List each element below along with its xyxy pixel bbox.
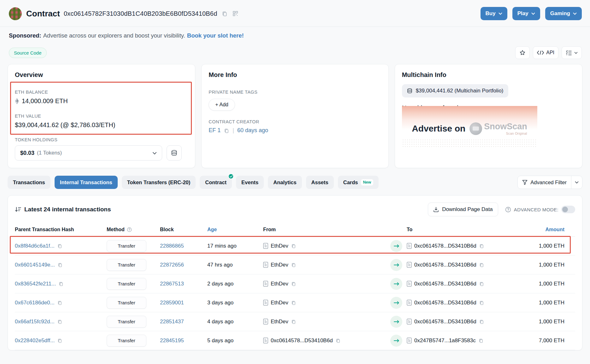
checklist-icon <box>566 50 572 56</box>
tab-analytics[interactable]: Analytics <box>268 176 302 189</box>
block-link[interactable]: 22859001 <box>160 300 184 306</box>
copy-hash-icon[interactable] <box>57 262 63 267</box>
coins-icon <box>407 88 413 94</box>
age-text: 5 days ago <box>207 338 233 344</box>
col-block: Block <box>160 227 207 232</box>
age-text: 3 days ago <box>207 300 233 306</box>
tab-label: Analytics <box>273 179 296 185</box>
advanced-filter-dropdown[interactable] <box>571 176 582 189</box>
contract-file-icon <box>407 319 412 325</box>
creation-tx-link[interactable]: 60 days ago <box>237 127 268 134</box>
more-info-title: More Info <box>209 71 381 79</box>
add-name-tag-button[interactable]: + Add <box>209 99 235 111</box>
parent-tx-hash-link[interactable]: 0x660145149e... <box>15 262 55 268</box>
eth-balance-label: ETH BALANCE <box>15 90 188 95</box>
table-title: Latest 24 internal transactions <box>15 206 111 213</box>
copy-from-icon[interactable] <box>291 281 296 286</box>
col-amount[interactable]: Amount <box>510 227 575 232</box>
direction-arrow-icon <box>390 259 402 271</box>
copy-from-icon[interactable] <box>291 300 296 305</box>
creator-link[interactable]: EF 1 <box>209 127 221 134</box>
qr-code-icon[interactable] <box>232 10 239 17</box>
to-address[interactable]: 0xc0614578...D53410B6d <box>414 281 476 287</box>
play-button[interactable]: Play <box>512 7 540 20</box>
copy-to-icon[interactable] <box>478 338 484 343</box>
info-cards: Overview ETH BALANCE 14,000.009 ETH ETH … <box>0 64 590 168</box>
amount-text: 1,000 ETH <box>539 300 564 306</box>
advertise-banner[interactable]: Advertise on SnowScan Scan Original <box>402 106 537 147</box>
tab-assets[interactable]: Assets <box>306 176 334 189</box>
tab-events[interactable]: Events <box>236 176 264 189</box>
to-address[interactable]: 0x247B5747...1a8F3583c <box>414 338 476 344</box>
block-link[interactable]: 22851437 <box>160 319 184 325</box>
advanced-filter-button[interactable]: Advanced Filter <box>517 176 582 189</box>
copy-hash-icon[interactable] <box>57 300 62 305</box>
token-holdings-label: TOKEN HOLDINGS <box>15 137 188 142</box>
parent-tx-hash-link[interactable]: 0x8f84d6c6a1f... <box>15 243 55 249</box>
to-address[interactable]: 0xc0614578...D53410B6d <box>414 300 476 306</box>
copy-hash-icon[interactable] <box>58 281 64 286</box>
sponsored-link[interactable]: Book your slot here! <box>187 32 244 39</box>
tab-contract[interactable]: Contract <box>200 176 232 189</box>
method-badge[interactable]: Transfer <box>107 316 146 328</box>
source-code-badge[interactable]: Source Code <box>9 48 47 58</box>
to-address[interactable]: 0xc0614578...D53410B6d <box>414 319 476 325</box>
copy-to-icon[interactable] <box>479 319 484 324</box>
block-link[interactable]: 22867513 <box>160 281 184 287</box>
method-badge[interactable]: Transfer <box>107 259 146 271</box>
from-address[interactable]: EthDev <box>271 243 288 249</box>
favorite-button[interactable] <box>515 46 530 59</box>
copy-to-icon[interactable] <box>479 243 484 249</box>
parent-tx-hash-link[interactable]: 0x67c6186de0... <box>15 300 55 306</box>
from-address[interactable]: EthDev <box>271 319 288 325</box>
copy-from-icon[interactable] <box>291 243 296 249</box>
col-age[interactable]: Age <box>207 227 263 232</box>
download-page-data-button[interactable]: Download Page Data <box>428 203 498 216</box>
copy-to-icon[interactable] <box>479 281 484 286</box>
copy-address-icon[interactable] <box>221 10 228 17</box>
checklist-menu-button[interactable] <box>562 46 582 59</box>
method-badge[interactable]: Transfer <box>107 335 146 347</box>
token-holdings-dropdown[interactable]: $0.03 (1 Tokens) <box>15 145 162 161</box>
tab-token-transfers-erc-20-[interactable]: Token Transfers (ERC-20) <box>122 176 196 189</box>
tab-transactions[interactable]: Transactions <box>8 176 50 189</box>
block-link[interactable]: 22845195 <box>160 338 184 344</box>
copy-to-icon[interactable] <box>479 262 484 267</box>
api-button[interactable]: API <box>533 46 558 59</box>
col-to: To <box>407 227 510 232</box>
copy-from-icon[interactable] <box>291 319 296 324</box>
multichain-title: Multichain Info <box>402 71 575 79</box>
copy-hash-icon[interactable] <box>57 338 62 343</box>
parent-tx-hash-link[interactable]: 0x66af15fc92d... <box>15 319 55 325</box>
gaming-button[interactable]: Gaming <box>545 7 582 20</box>
from-address[interactable]: EthDev <box>271 300 288 306</box>
advanced-mode-toggle[interactable] <box>561 206 575 213</box>
tab-cards[interactable]: CardsNew <box>338 176 379 189</box>
buy-button[interactable]: Buy <box>481 7 507 20</box>
method-badge[interactable]: Transfer <box>107 278 146 290</box>
page-header: Contract 0xc06145782F31030dB1C40B203bE6B… <box>0 0 590 27</box>
from-address[interactable]: EthDev <box>271 281 288 287</box>
parent-tx-hash-link[interactable]: 0x228402e5dff... <box>15 338 55 344</box>
token-wallet-button[interactable] <box>167 145 182 161</box>
parent-tx-hash-link[interactable]: 0x836542fe211... <box>15 281 56 287</box>
copy-from-icon[interactable] <box>335 338 341 343</box>
table-row: 0x66af15fc92d... Transfer 22851437 4 day… <box>15 312 575 331</box>
method-badge[interactable]: Transfer <box>107 240 146 252</box>
copy-to-icon[interactable] <box>479 300 484 305</box>
amount-text: 1,000 ETH <box>539 243 564 249</box>
from-address[interactable]: EthDev <box>271 262 288 268</box>
to-address[interactable]: 0xc0614578...D53410B6d <box>414 262 476 268</box>
overview-title: Overview <box>15 71 188 79</box>
tab-internal-transactions[interactable]: Internal Transactions <box>55 176 118 189</box>
copy-creator-icon[interactable] <box>224 128 229 133</box>
multichain-portfolio-badge[interactable]: $39,004,441.62 (Multichain Portfolio) <box>402 84 508 97</box>
to-address[interactable]: 0xc0614578...D53410B6d <box>414 243 476 249</box>
method-badge[interactable]: Transfer <box>107 297 146 309</box>
copy-hash-icon[interactable] <box>57 243 62 249</box>
copy-hash-icon[interactable] <box>57 319 62 324</box>
copy-from-icon[interactable] <box>291 262 296 267</box>
block-link[interactable]: 22886865 <box>160 243 184 249</box>
from-address[interactable]: 0xc0614578...D53410B6d <box>271 338 333 344</box>
block-link[interactable]: 22872656 <box>160 262 184 268</box>
